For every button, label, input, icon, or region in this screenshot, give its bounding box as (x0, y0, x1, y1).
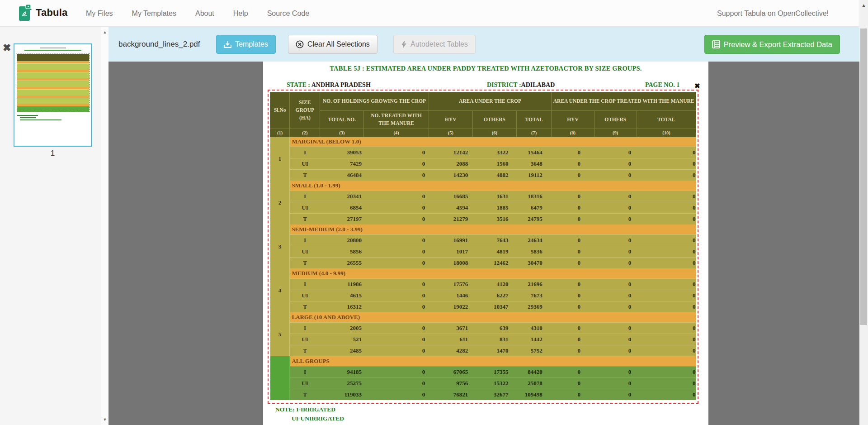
state-label: STATE : (287, 81, 310, 88)
sidebar-scrollbar[interactable]: ▲ ▼ (101, 27, 108, 425)
thumbnail-title-line (40, 48, 66, 48)
sidebar-scroll-down-icon[interactable]: ▼ (101, 417, 108, 422)
autodetect-tables-label: Autodetect Tables (410, 40, 468, 48)
nav-my-templates[interactable]: My Templates (132, 10, 176, 18)
pdf-district-line: DISTRICT :ADILABAD (487, 81, 555, 89)
clear-all-selections-button[interactable]: Clear All Selections (288, 35, 377, 54)
templates-button-label: Templates (235, 40, 268, 48)
window-scrollbar-thumb[interactable] (860, 29, 867, 325)
preview-export-label: Preview & Export Extracted Data (724, 40, 832, 49)
document-viewer: TABLE 5J : ESTIMATED AREA UNDER PADDY TR… (108, 62, 859, 425)
brand[interactable]: Tabula (19, 5, 67, 21)
nav-my-files[interactable]: My Files (86, 10, 113, 18)
sidebar-scroll-up-icon[interactable]: ▲ (101, 30, 108, 34)
templates-button[interactable]: Templates (216, 35, 276, 54)
toolbar: background_lines_2.pdf Templates Clear A… (108, 27, 859, 62)
navbar: Tabula My Files My Templates About Help … (0, 0, 859, 27)
nav-support-link[interactable]: Support Tabula on OpenCollective! (717, 0, 829, 27)
selection-close-icon[interactable]: ✖ (694, 82, 700, 90)
lightning-bolt-icon (401, 41, 407, 48)
thumbnail-note-line-2 (20, 117, 36, 118)
nav-about[interactable]: About (195, 10, 214, 18)
thumbnail-subtitle-line (24, 50, 81, 51)
district-label: DISTRICT : (487, 81, 521, 88)
nav-links: My Files My Templates About Help Source … (86, 0, 309, 27)
pdf-note-line-2: UI-UNIRRIGATED (292, 415, 344, 422)
preview-export-button[interactable]: Preview & Export Extracted Data (704, 35, 840, 54)
circle-x-icon (296, 40, 304, 48)
template-save-icon (224, 41, 231, 48)
tabula-logo-icon (19, 5, 32, 21)
thumbnail-selection-outline (16, 53, 90, 112)
nav-help[interactable]: Help (233, 10, 248, 18)
page-number-label: 1 (14, 149, 92, 158)
pdf-page[interactable]: TABLE 5J : ESTIMATED AREA UNDER PADDY TR… (263, 62, 708, 425)
pdf-note-line-1: NOTE: I-IRRIGATED (275, 406, 335, 413)
scroll-up-arrow-icon[interactable]: ▲ (859, 2, 868, 9)
thumbnail-note-line-3 (20, 119, 61, 120)
pdf-table-title: TABLE 5J : ESTIMATED AREA UNDER PADDY TR… (263, 65, 708, 72)
autodetect-tables-button[interactable]: Autodetect Tables (393, 35, 476, 54)
filename-label: background_lines_2.pdf (118, 27, 200, 62)
pdf-state-line: STATE : ANDHRA PRADESH (287, 81, 371, 89)
page-thumbnail[interactable] (14, 43, 92, 147)
thumbnail-note-line-1 (17, 115, 38, 116)
table-list-icon (712, 40, 720, 48)
nav-source-code[interactable]: Source Code (267, 10, 309, 18)
state-value: ANDHRA PRADESH (311, 81, 371, 88)
window-scrollbar[interactable]: ▲ (859, 0, 868, 425)
pdf-page-no: PAGE NO. 1 (645, 81, 679, 89)
clear-all-selections-label: Clear All Selections (307, 40, 370, 48)
remove-page-icon[interactable]: ✖ (3, 42, 11, 54)
sidebar-page-list: ✖ 1 (0, 27, 101, 425)
brand-title: Tabula (36, 7, 67, 19)
table-selection-box[interactable] (268, 90, 698, 404)
district-value: ADILABAD (521, 81, 555, 88)
